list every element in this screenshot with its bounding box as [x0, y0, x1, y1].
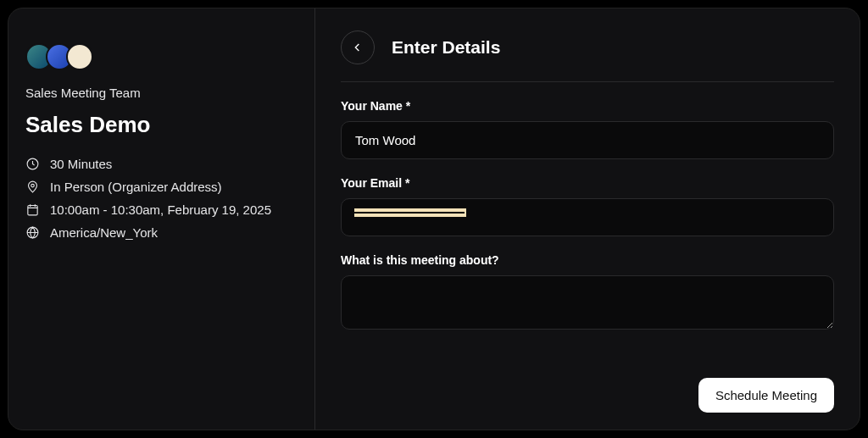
booking-card: Sales Meeting Team Sales Demo 30 Minutes…	[8, 8, 860, 430]
about-textarea[interactable]	[341, 275, 834, 330]
team-name: Sales Meeting Team	[25, 86, 298, 100]
globe-icon	[25, 225, 40, 240]
name-field: Your Name *	[341, 99, 834, 159]
avatar	[66, 43, 93, 70]
event-title: Sales Demo	[25, 112, 298, 138]
svg-rect-2	[28, 206, 37, 215]
email-label: Your Email *	[341, 176, 834, 190]
name-label: Your Name *	[341, 99, 834, 113]
email-field: Your Email *	[341, 176, 834, 236]
timezone-row: America/New_York	[25, 225, 298, 240]
about-field: What is this meeting about?	[341, 253, 834, 333]
duration-text: 30 Minutes	[50, 157, 112, 171]
about-label: What is this meeting about?	[341, 253, 834, 267]
time-text: 10:00am - 10:30am, February 19, 2025	[50, 202, 271, 217]
event-info-panel: Sales Meeting Team Sales Demo 30 Minutes…	[8, 8, 315, 430]
location-text: In Person (Organizer Address)	[50, 180, 222, 194]
name-input[interactable]	[341, 121, 834, 159]
form-footer: Schedule Meeting	[341, 378, 834, 413]
details-form-panel: Enter Details Your Name * Your Email * W…	[315, 8, 860, 430]
arrow-left-icon	[351, 41, 364, 54]
form-header: Enter Details	[341, 30, 834, 82]
duration-row: 30 Minutes	[25, 157, 298, 171]
booking-form: Your Name * Your Email * What is this me…	[341, 82, 834, 350]
calendar-icon	[25, 202, 40, 217]
clock-icon	[25, 157, 40, 171]
back-button[interactable]	[341, 30, 375, 64]
email-input[interactable]	[341, 198, 834, 236]
time-row: 10:00am - 10:30am, February 19, 2025	[25, 202, 298, 217]
form-title: Enter Details	[392, 37, 500, 58]
location-row: In Person (Organizer Address)	[25, 180, 298, 194]
schedule-meeting-button[interactable]: Schedule Meeting	[698, 378, 834, 413]
location-pin-icon	[25, 180, 40, 194]
svg-point-1	[31, 184, 35, 187]
timezone-text: America/New_York	[50, 225, 158, 240]
team-avatars	[25, 43, 298, 70]
